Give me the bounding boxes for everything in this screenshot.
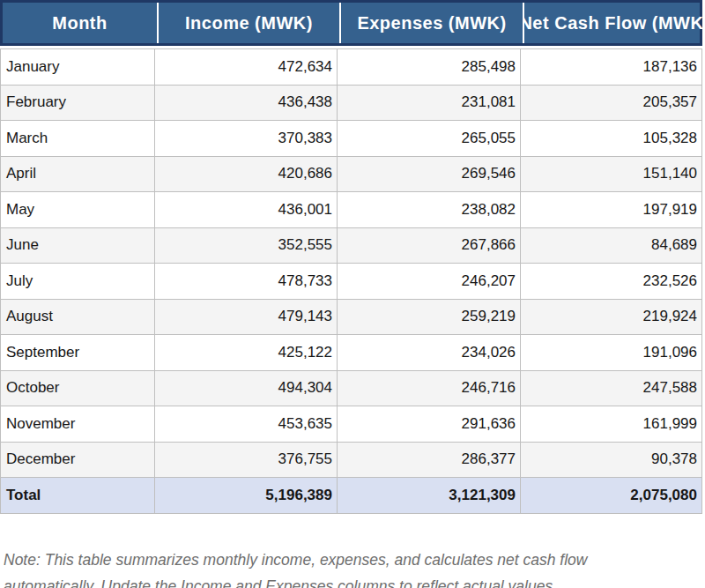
header-month-label: Month	[52, 13, 107, 33]
net-cell[interactable]: 84,689	[520, 228, 701, 264]
net-cell[interactable]: 232,526	[520, 264, 701, 299]
total-income-cell[interactable]: 5,196,389	[154, 478, 337, 513]
cash-flow-table: Month Income (MWK) Expenses (MWK) Net Ca…	[0, 0, 702, 514]
header-net-cash-flow[interactable]: Net Cash Flow (MWK)	[523, 3, 705, 43]
income-cell[interactable]: 453,635	[154, 406, 337, 442]
table-row: January 472,634 285,498 187,136	[1, 49, 701, 86]
net-cell[interactable]: 187,136	[520, 49, 701, 85]
income-cell[interactable]: 436,001	[154, 192, 337, 227]
month-cell[interactable]: November	[1, 406, 154, 442]
month-cell[interactable]: May	[1, 192, 154, 227]
table-row: August 479,143 259,219 219,924	[1, 300, 701, 336]
table-header-row: Month Income (MWK) Expenses (MWK) Net Ca…	[0, 0, 702, 46]
note-text: Note: This table summarizes monthly inco…	[4, 547, 656, 588]
income-cell[interactable]: 436,438	[154, 86, 337, 121]
header-month[interactable]: Month	[3, 3, 157, 43]
month-cell[interactable]: October	[1, 371, 154, 406]
net-cell[interactable]: 161,999	[520, 406, 701, 442]
header-expenses[interactable]: Expenses (MWK)	[339, 3, 523, 43]
expenses-cell[interactable]: 238,082	[337, 192, 520, 227]
month-cell[interactable]: December	[1, 443, 154, 478]
income-cell[interactable]: 370,383	[154, 121, 337, 156]
table-body: January 472,634 285,498 187,136 February…	[0, 48, 702, 514]
net-cell[interactable]: 247,588	[520, 371, 701, 406]
income-cell[interactable]: 479,143	[154, 300, 337, 335]
income-cell[interactable]: 425,122	[154, 335, 337, 370]
table-row: April 420,686 269,546 151,140	[1, 157, 701, 193]
table-row: September 425,122 234,026 191,096	[1, 335, 701, 371]
total-net-cell[interactable]: 2,075,080	[520, 478, 701, 513]
month-cell[interactable]: April	[1, 157, 154, 192]
expenses-cell[interactable]: 265,055	[337, 121, 520, 156]
expenses-cell[interactable]: 259,219	[337, 300, 520, 335]
month-cell[interactable]: February	[1, 86, 154, 121]
header-income-label: Income (MWK)	[185, 13, 313, 33]
income-cell[interactable]: 494,304	[154, 371, 337, 406]
month-cell[interactable]: March	[1, 121, 154, 156]
total-label-cell[interactable]: Total	[1, 478, 154, 513]
month-cell[interactable]: July	[1, 264, 154, 299]
table-row: May 436,001 238,082 197,919	[1, 192, 701, 228]
income-cell[interactable]: 478,733	[154, 264, 337, 299]
net-cell[interactable]: 191,096	[520, 335, 701, 370]
expenses-cell[interactable]: 291,636	[337, 406, 520, 442]
income-cell[interactable]: 472,634	[154, 49, 337, 85]
table-row: July 478,733 246,207 232,526	[1, 264, 701, 300]
month-cell[interactable]: June	[1, 228, 154, 264]
expenses-cell[interactable]: 267,866	[337, 228, 520, 264]
table-row: December 376,755 286,377 90,378	[1, 443, 701, 479]
month-cell[interactable]: September	[1, 335, 154, 370]
expenses-cell[interactable]: 246,207	[337, 264, 520, 299]
expenses-cell[interactable]: 234,026	[337, 335, 520, 370]
expenses-cell[interactable]: 246,716	[337, 371, 520, 406]
header-net-cash-flow-label: Net Cash Flow (MWK)	[523, 13, 705, 33]
total-expenses-cell[interactable]: 3,121,309	[337, 478, 520, 513]
month-cell[interactable]: January	[1, 49, 154, 85]
income-cell[interactable]: 420,686	[154, 157, 337, 192]
month-cell[interactable]: August	[1, 300, 154, 335]
net-cell[interactable]: 219,924	[520, 300, 701, 335]
net-cell[interactable]: 197,919	[520, 192, 701, 227]
table-row: June 352,555 267,866 84,689	[1, 228, 701, 264]
net-cell[interactable]: 105,328	[520, 121, 701, 156]
total-row: Total 5,196,389 3,121,309 2,075,080	[1, 478, 701, 514]
net-cell[interactable]: 90,378	[520, 443, 701, 478]
net-cell[interactable]: 205,357	[520, 86, 701, 121]
income-cell[interactable]: 352,555	[154, 228, 337, 264]
header-income[interactable]: Income (MWK)	[157, 3, 339, 43]
expenses-cell[interactable]: 231,081	[337, 86, 520, 121]
table-row: March 370,383 265,055 105,328	[1, 121, 701, 157]
header-expenses-label: Expenses (MWK)	[357, 13, 506, 33]
expenses-cell[interactable]: 286,377	[337, 443, 520, 478]
table-row: November 453,635 291,636 161,999	[1, 406, 701, 443]
table-row: February 436,438 231,081 205,357	[1, 86, 701, 122]
expenses-cell[interactable]: 285,498	[337, 49, 520, 85]
income-cell[interactable]: 376,755	[154, 443, 337, 478]
net-cell[interactable]: 151,140	[520, 157, 701, 192]
expenses-cell[interactable]: 269,546	[337, 157, 520, 192]
table-row: October 494,304 246,716 247,588	[1, 371, 701, 407]
